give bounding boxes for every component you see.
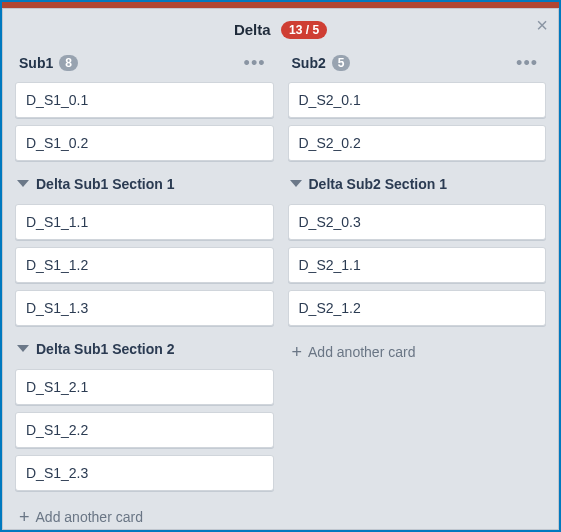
add-card-label: Add another card: [308, 344, 415, 360]
chevron-down-icon: [290, 180, 302, 187]
list-card[interactable]: D_S2_1.1: [288, 247, 547, 283]
board-count-badge: 13 / 5: [281, 21, 327, 39]
list-section-header[interactable]: Delta Sub2 Section 1: [288, 168, 547, 200]
list-menu-icon[interactable]: •••: [240, 54, 270, 72]
section-label: Delta Sub1 Section 1: [36, 176, 174, 192]
list-header: Sub1 8 •••: [15, 48, 274, 82]
list-count-badge: 8: [59, 55, 78, 71]
list-title: Sub1: [19, 55, 53, 71]
close-icon[interactable]: ×: [536, 15, 548, 35]
list-card[interactable]: D_S1_0.1: [15, 82, 274, 118]
list-section-header[interactable]: Delta Sub1 Section 2: [15, 333, 274, 365]
section-label: Delta Sub2 Section 1: [309, 176, 447, 192]
add-card-button[interactable]: + Add another card: [15, 498, 274, 532]
list-card[interactable]: D_S1_1.3: [15, 290, 274, 326]
list-count-badge: 5: [332, 55, 351, 71]
list-title: Sub2: [292, 55, 326, 71]
list-card[interactable]: D_S1_0.2: [15, 125, 274, 161]
list-card[interactable]: D_S1_2.2: [15, 412, 274, 448]
list-card[interactable]: D_S1_2.3: [15, 455, 274, 491]
plus-icon: +: [292, 343, 303, 361]
board-header: Delta 13 / 5 ×: [3, 9, 558, 48]
board-frame: Delta 13 / 5 × Sub1 8 ••• D_S1_0.1 D_S1_…: [0, 0, 561, 532]
chevron-down-icon: [17, 345, 29, 352]
list-sub1: Sub1 8 ••• D_S1_0.1 D_S1_0.2 Delta Sub1 …: [15, 48, 274, 532]
board-lists: Sub1 8 ••• D_S1_0.1 D_S1_0.2 Delta Sub1 …: [3, 48, 558, 532]
list-card[interactable]: D_S1_2.1: [15, 369, 274, 405]
plus-icon: +: [19, 508, 30, 526]
list-header: Sub2 5 •••: [288, 48, 547, 82]
list-sub2: Sub2 5 ••• D_S2_0.1 D_S2_0.2 Delta Sub2 …: [288, 48, 547, 367]
list-card[interactable]: D_S2_0.3: [288, 204, 547, 240]
list-section-header[interactable]: Delta Sub1 Section 1: [15, 168, 274, 200]
chevron-down-icon: [17, 180, 29, 187]
add-card-label: Add another card: [36, 509, 143, 525]
list-card[interactable]: D_S1_1.1: [15, 204, 274, 240]
list-card[interactable]: D_S2_0.2: [288, 125, 547, 161]
section-label: Delta Sub1 Section 2: [36, 341, 174, 357]
board-title: Delta: [234, 21, 271, 38]
add-card-button[interactable]: + Add another card: [288, 333, 547, 367]
list-menu-icon[interactable]: •••: [512, 54, 542, 72]
list-card[interactable]: D_S2_0.1: [288, 82, 547, 118]
list-card[interactable]: D_S2_1.2: [288, 290, 547, 326]
board-panel: Delta 13 / 5 × Sub1 8 ••• D_S1_0.1 D_S1_…: [2, 8, 559, 530]
list-card[interactable]: D_S1_1.2: [15, 247, 274, 283]
